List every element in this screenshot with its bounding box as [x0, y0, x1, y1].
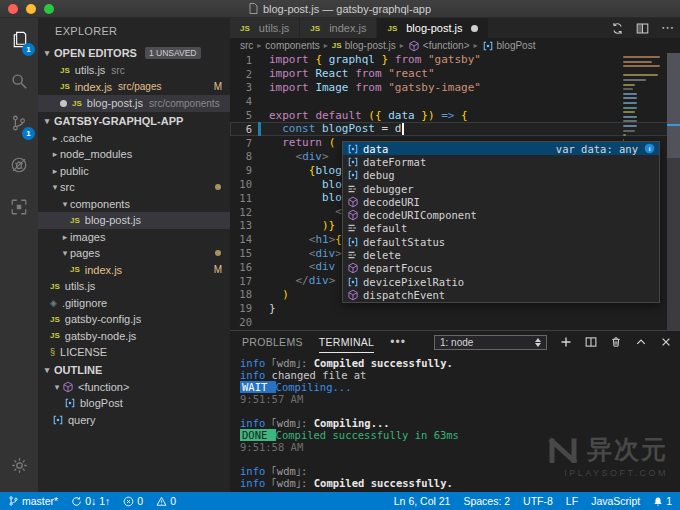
terminal-select[interactable]: 1: node: [434, 335, 547, 350]
tree-file-LICENSE[interactable]: §LICENSE: [38, 344, 230, 361]
outline-item[interactable]: ▾<function>: [38, 379, 230, 396]
code-line[interactable]: 3import Image from "gatsby-image": [230, 81, 680, 95]
status-ln-6-col-21[interactable]: Ln 6, Col 21: [394, 492, 451, 510]
status-spaces-2[interactable]: Spaces: 2: [463, 492, 510, 510]
breadcrumb-item[interactable]: components: [265, 40, 319, 51]
open-editor-item[interactable]: JSindex.jssrc/pagesM: [38, 79, 230, 96]
split-terminal-icon[interactable]: [585, 336, 597, 348]
kill-terminal-icon[interactable]: [610, 336, 622, 348]
outline-item[interactable]: query: [38, 412, 230, 429]
suggest-item-debugger[interactable]: debugger: [343, 182, 659, 195]
terminal-line: WAIT Compiling...: [240, 381, 680, 393]
suggest-item-decodeURIComponent[interactable]: decodeURIComponent: [343, 208, 659, 221]
code-line[interactable]: 5export default ({ data }) => {: [230, 108, 680, 122]
tree-file-gatsby-nodejs[interactable]: JSgatsby-node.js: [38, 328, 230, 345]
zoom-window-button[interactable]: [44, 4, 54, 14]
close-panel-icon[interactable]: [660, 336, 672, 348]
status-lf[interactable]: LF: [566, 492, 578, 510]
scrollbar-thumb[interactable]: [667, 53, 680, 158]
suggest-item-data[interactable]: datavar data: anyi: [343, 142, 659, 155]
suggest-item-decodeURI[interactable]: decodeURI: [343, 195, 659, 208]
activity-item-extensions[interactable]: [0, 186, 38, 228]
tree-file-indexjs[interactable]: JSindex.jsM: [38, 262, 230, 279]
suggest-item-departFocus[interactable]: departFocus: [343, 262, 659, 275]
split-editor-icon[interactable]: [636, 22, 649, 35]
suggest-item-defaultStatus[interactable]: defaultStatus: [343, 235, 659, 248]
suggest-item-delete[interactable]: delete: [343, 248, 659, 261]
panel-tab-terminal[interactable]: TERMINAL: [319, 331, 375, 353]
outline-header[interactable]: ▾ OUTLINE: [38, 361, 230, 379]
tree-folder-cache[interactable]: ▸.cache: [38, 130, 230, 147]
status-0[interactable]: 0: [123, 492, 143, 510]
open-changes-icon[interactable]: [611, 22, 624, 35]
tab-blog-postjs[interactable]: JSblog-post.js: [377, 18, 488, 38]
suggest-item-dateFormat[interactable]: dateFormat: [343, 155, 659, 168]
status-0-1-[interactable]: 0↓ 1↑: [71, 492, 110, 510]
symbol-name: <function>: [78, 381, 129, 393]
status-javascript[interactable]: JavaScript: [591, 492, 640, 510]
minimap[interactable]: [623, 56, 667, 148]
tree-folder-pages[interactable]: ▾pages: [38, 245, 230, 262]
project-header[interactable]: ▾ GATSBY-GRAPHQL-APP: [38, 112, 230, 130]
open-editor-item[interactable]: JSblog-post.jssrc/components: [38, 95, 230, 112]
tree-file-utilsjs[interactable]: JSutils.js: [38, 278, 230, 295]
suggest-item-debug[interactable]: debug: [343, 169, 659, 182]
panel-tab-problems[interactable]: PROBLEMS: [242, 331, 303, 353]
tree-folder-components[interactable]: ▾components: [38, 196, 230, 213]
tab-indexjs[interactable]: JSindex.js: [300, 18, 377, 38]
open-editors-header[interactable]: ▾ OPEN EDITORS 1 UNSAVED: [38, 44, 230, 62]
tree-file-gitignore[interactable]: ◈.gitignore: [38, 295, 230, 312]
suggest-label: defaultStatus: [363, 236, 445, 248]
vertical-scrollbar[interactable]: [667, 53, 680, 330]
suggest-item-dispatchEvent[interactable]: dispatchEvent: [343, 288, 659, 301]
project-label: GATSBY-GRAPHQL-APP: [54, 115, 183, 127]
open-editor-item[interactable]: JSutils.jssrc: [38, 62, 230, 79]
panel-more-icon[interactable]: •••: [390, 335, 406, 349]
code-line[interactable]: 2import React from "react": [230, 67, 680, 81]
status-master-[interactable]: master*: [8, 492, 58, 510]
tab-utilsjs[interactable]: JSutils.js: [230, 18, 300, 38]
breadcrumb-item[interactable]: src: [240, 40, 253, 51]
var-icon: [347, 169, 359, 181]
tree-file-blog-postjs[interactable]: JSblog-post.js: [38, 212, 230, 229]
settings-button[interactable]: [0, 444, 38, 486]
tree-folder-src[interactable]: ▾src: [38, 179, 230, 196]
status-1[interactable]: 1: [653, 492, 672, 510]
activity-item-debug[interactable]: [0, 144, 38, 186]
minimap-line: [623, 125, 637, 127]
activity-item-source-control[interactable]: 1: [0, 102, 38, 144]
breadcrumb-item[interactable]: blogPost: [482, 40, 536, 52]
code-line[interactable]: 19}: [230, 301, 680, 315]
activity-item-explorer[interactable]: 1: [0, 18, 38, 60]
minimap-line: [623, 79, 646, 81]
outline-item[interactable]: blogPost: [38, 395, 230, 412]
item-name: index.js: [85, 264, 122, 276]
breadcrumb-item[interactable]: <function>: [408, 40, 470, 52]
code-line[interactable]: 1import { graphql } from "gatsby": [230, 53, 680, 67]
tree-folder-images[interactable]: ▸images: [38, 229, 230, 246]
status-utf-8[interactable]: UTF-8: [523, 492, 553, 510]
tree-file-gatsby-configjs[interactable]: JSgatsby-config.js: [38, 311, 230, 328]
code-line[interactable]: 4: [230, 94, 680, 108]
code-line[interactable]: 6 const blogPost = d: [230, 122, 680, 136]
suggest-item-default[interactable]: default: [343, 222, 659, 235]
suggest-item-devicePixelRatio[interactable]: devicePixelRatio: [343, 275, 659, 288]
var-icon: [347, 143, 359, 155]
close-window-button[interactable]: [8, 4, 18, 14]
status-label: master*: [22, 495, 58, 507]
tree-folder-nodemodules[interactable]: ▸node_modules: [38, 146, 230, 163]
tree-folder-public[interactable]: ▸public: [38, 163, 230, 180]
activity-item-search[interactable]: [0, 60, 38, 102]
minimize-window-button[interactable]: [26, 4, 36, 14]
more-actions-icon[interactable]: ⋯: [661, 25, 674, 31]
code-line[interactable]: 20: [230, 315, 680, 329]
code-editor[interactable]: 1import { graphql } from "gatsby"2import…: [230, 53, 680, 330]
line-number: 2: [230, 68, 258, 80]
code-text: export default ({ data }) => {: [261, 109, 468, 122]
minimap-line: [623, 130, 635, 132]
maximize-panel-icon[interactable]: [635, 336, 647, 348]
breadcrumb-item[interactable]: JSblog-post.js: [332, 40, 396, 51]
new-terminal-icon[interactable]: [560, 336, 572, 348]
status-0[interactable]: 0: [156, 492, 176, 510]
status-label: 0↓ 1↑: [85, 495, 110, 507]
